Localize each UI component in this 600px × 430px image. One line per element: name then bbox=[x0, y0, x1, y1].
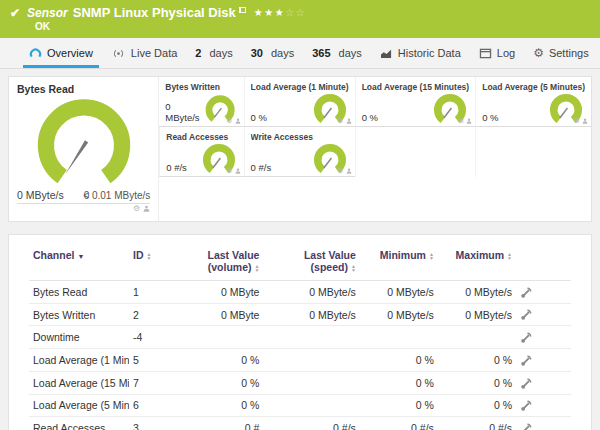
channel-name[interactable]: Bytes Written bbox=[29, 303, 129, 326]
table-row[interactable]: Load Average (15 Mi... 7 0 % 0 % 0 % bbox=[29, 371, 571, 394]
table-row[interactable]: Bytes Read 1 0 MByte 0 MByte/s 0 MByte/s… bbox=[29, 281, 571, 304]
channel-name[interactable]: Bytes Read bbox=[29, 281, 129, 304]
tab-settings[interactable]: ⚙ Settings bbox=[524, 38, 598, 68]
mini-gauge-load-1min: Load Average (1 Minute) 0 % ⚙ bbox=[244, 77, 355, 127]
gear-icon[interactable]: ⚙ bbox=[226, 167, 232, 175]
person-icon[interactable] bbox=[235, 118, 241, 124]
last-value-speed: 0 #/s bbox=[263, 417, 359, 430]
gear-icon[interactable]: ⚙ bbox=[574, 117, 580, 125]
wrench-icon[interactable] bbox=[520, 422, 533, 430]
channels-table-panel: Channel▼ ID▲▼ Last Value (volume)▲▼ Last… bbox=[8, 234, 592, 430]
minimum-value bbox=[360, 326, 438, 349]
channel-name[interactable]: Load Average (1 Min... bbox=[29, 349, 129, 372]
gear-icon[interactable]: ⚙ bbox=[226, 117, 232, 125]
chart-icon bbox=[380, 48, 393, 59]
gauge-scale-min: 0 MByte/s bbox=[17, 189, 64, 201]
wrench-icon[interactable] bbox=[520, 286, 533, 299]
channel-id: 6 bbox=[129, 394, 184, 417]
mini-gauge-value: 0 % bbox=[362, 112, 378, 126]
priority-stars[interactable]: ★★★☆☆ bbox=[254, 7, 306, 18]
wrench-icon[interactable] bbox=[520, 354, 533, 367]
channel-id: 7 bbox=[129, 371, 184, 394]
channel-name[interactable]: Load Average (15 Mi... bbox=[29, 371, 129, 394]
minimum-value: 0 MByte/s bbox=[360, 303, 438, 326]
maximum-value: 0 MByte/s bbox=[438, 281, 516, 304]
empty-cell bbox=[355, 127, 476, 177]
tab-30-days[interactable]: 30 days bbox=[242, 38, 304, 68]
gear-icon[interactable]: ⚙ bbox=[337, 117, 343, 125]
maximum-value: 0 % bbox=[438, 349, 516, 372]
channel-name[interactable]: Load Average (5 Min... bbox=[29, 394, 129, 417]
minimum-value: 0 % bbox=[360, 371, 438, 394]
table-row[interactable]: Load Average (1 Min... 5 0 % 0 % 0 % bbox=[29, 349, 571, 372]
last-value-speed: 0 MByte/s bbox=[263, 303, 359, 326]
mini-gauge-value: 0 % bbox=[482, 112, 498, 126]
channel-name[interactable]: Read Accesses bbox=[29, 417, 129, 430]
last-value-volume: 0 % bbox=[184, 349, 264, 372]
last-value-speed bbox=[263, 326, 359, 349]
mini-gauge-write-accesses: Write Accesses 0 #/s ⚙ bbox=[244, 127, 355, 177]
person-icon[interactable] bbox=[582, 118, 588, 124]
mini-gauge-bytes-written: Bytes Written 0 MByte/s ⚙ bbox=[159, 77, 243, 127]
column-header-channel[interactable]: Channel▼ bbox=[29, 247, 129, 281]
sort-desc-icon: ▼ bbox=[77, 253, 84, 260]
mini-gauge-value: 0 % bbox=[251, 112, 267, 126]
person-icon[interactable] bbox=[466, 118, 472, 124]
tab-2-days-label: days bbox=[209, 47, 232, 59]
person-icon[interactable] bbox=[346, 168, 352, 174]
mini-gauge-read-accesses: Read Accesses 0 #/s ⚙ bbox=[159, 127, 243, 177]
ok-check-icon: ✔ bbox=[10, 6, 20, 20]
last-value-speed: 0 MByte/s bbox=[263, 281, 359, 304]
gauges-panel: Bytes Read 0 MByte/s 0 < 0.01 MByte/s ⚙ … bbox=[8, 76, 592, 222]
mini-gauge-value: 0 #/s bbox=[251, 162, 272, 176]
flag-icon bbox=[239, 7, 246, 13]
mini-gauge-title: Load Average (5 Minutes) bbox=[482, 82, 585, 92]
tab-historic-data[interactable]: Historic Data bbox=[371, 38, 470, 68]
tab-log[interactable]: Log bbox=[470, 38, 524, 68]
tab-live-data-label: Live Data bbox=[131, 47, 177, 59]
mini-gauge-load-15min: Load Average (15 Minutes) 0 % ⚙ bbox=[355, 77, 476, 127]
channels-table: Channel▼ ID▲▼ Last Value (volume)▲▼ Last… bbox=[29, 247, 571, 430]
channel-id: -4 bbox=[129, 326, 184, 349]
tab-live-data[interactable]: Live Data bbox=[102, 38, 186, 68]
table-row[interactable]: Bytes Written 2 0 MByte 0 MByte/s 0 MByt… bbox=[29, 303, 571, 326]
person-icon[interactable] bbox=[143, 205, 150, 212]
wrench-icon[interactable] bbox=[520, 308, 533, 321]
mini-gauge-title: Read Accesses bbox=[166, 132, 237, 142]
column-header-actions bbox=[516, 247, 571, 281]
gear-icon: ⚙ bbox=[533, 47, 544, 59]
wrench-icon[interactable] bbox=[520, 399, 533, 412]
sort-icon: ▲▼ bbox=[507, 252, 512, 261]
channel-name[interactable]: Downtime bbox=[29, 326, 129, 349]
tab-log-label: Log bbox=[497, 47, 515, 59]
wrench-icon[interactable] bbox=[520, 331, 533, 344]
gear-icon[interactable]: ⚙ bbox=[337, 167, 343, 175]
maximum-value: 0 % bbox=[438, 371, 516, 394]
column-header-minimum[interactable]: Minimum▲▼ bbox=[360, 247, 438, 281]
table-row[interactable]: Read Accesses 3 0 # 0 #/s 0 #/s 0 #/s bbox=[29, 417, 571, 430]
mini-gauge-title: Load Average (15 Minutes) bbox=[362, 82, 470, 92]
tab-overview[interactable]: Overview bbox=[20, 38, 102, 68]
gear-icon[interactable]: ⚙ bbox=[458, 117, 464, 125]
sort-icon: ▲▼ bbox=[429, 252, 434, 261]
tab-2-days[interactable]: 2 days bbox=[186, 38, 241, 68]
column-header-last-value-speed[interactable]: Last Value (speed)▲▼ bbox=[263, 247, 359, 281]
last-value-volume bbox=[184, 326, 264, 349]
empty-cell bbox=[475, 127, 591, 177]
last-value-volume: 0 % bbox=[184, 394, 264, 417]
tab-historic-data-label: Historic Data bbox=[398, 47, 461, 59]
table-row[interactable]: Downtime -4 bbox=[29, 326, 571, 349]
tab-overview-label: Overview bbox=[47, 47, 93, 59]
column-header-last-value-volume[interactable]: Last Value (volume)▲▼ bbox=[184, 247, 264, 281]
wrench-icon[interactable] bbox=[520, 377, 533, 390]
column-header-maximum[interactable]: Maximum▲▼ bbox=[438, 247, 516, 281]
sort-icon: ▲▼ bbox=[255, 264, 260, 273]
person-icon[interactable] bbox=[346, 118, 352, 124]
tab-365-days[interactable]: 365 days bbox=[303, 38, 371, 68]
gear-icon[interactable]: ⚙ bbox=[133, 205, 140, 213]
mini-gauge-title: Write Accesses bbox=[251, 132, 349, 142]
person-icon[interactable] bbox=[235, 168, 241, 174]
tab-2-days-number: 2 bbox=[195, 47, 201, 59]
table-row[interactable]: Load Average (5 Min... 6 0 % 0 % 0 % bbox=[29, 394, 571, 417]
column-header-id[interactable]: ID▲▼ bbox=[129, 247, 184, 281]
